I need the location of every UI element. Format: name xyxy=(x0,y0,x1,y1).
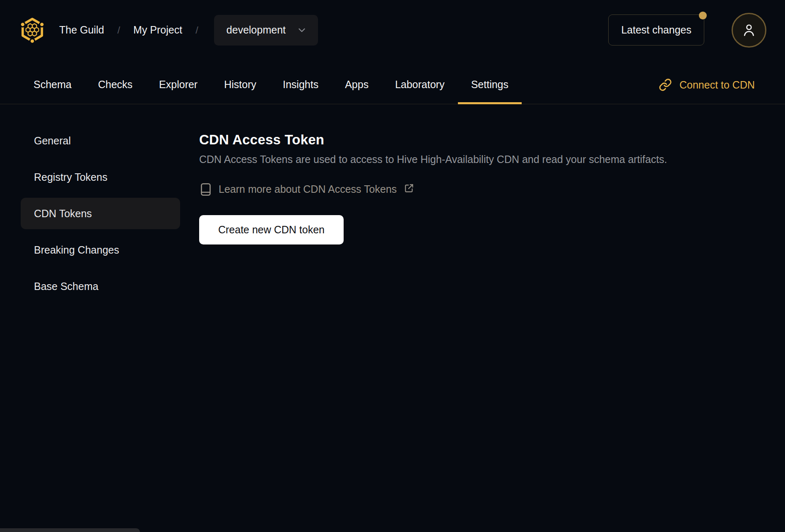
sidebar-item-label: Base Schema xyxy=(34,280,99,292)
tab-label: Explorer xyxy=(159,79,197,90)
user-icon xyxy=(741,22,757,38)
tab-settings[interactable]: Settings xyxy=(458,79,522,104)
sidebar-item-label: Breaking Changes xyxy=(34,244,119,256)
latest-changes-label: Latest changes xyxy=(621,24,691,36)
sidebar-item-base-schema[interactable]: Base Schema xyxy=(21,271,180,302)
link-icon xyxy=(659,78,672,91)
tab-label: Laboratory xyxy=(395,79,445,90)
tab-explorer[interactable]: Explorer xyxy=(146,79,211,104)
page-title: CDN Access Token xyxy=(199,132,768,148)
target-selector-value: development xyxy=(226,24,286,36)
sidebar-item-label: CDN Tokens xyxy=(34,208,92,220)
breadcrumb-project[interactable]: My Project xyxy=(133,24,182,36)
target-tabs-bar: Schema Checks Explorer History Insights … xyxy=(0,60,785,104)
connect-to-cdn-label: Connect to CDN xyxy=(679,79,755,91)
book-icon xyxy=(199,182,212,197)
settings-layout: General Registry Tokens CDN Tokens Break… xyxy=(0,104,785,302)
hive-logo-icon xyxy=(19,15,46,45)
tab-laboratory[interactable]: Laboratory xyxy=(382,79,458,104)
sidebar-item-label: Registry Tokens xyxy=(34,171,107,183)
learn-more-link[interactable]: Learn more about CDN Access Tokens xyxy=(199,182,414,197)
settings-side-nav: General Registry Tokens CDN Tokens Break… xyxy=(21,104,180,302)
notification-dot xyxy=(699,12,707,19)
connect-to-cdn-link[interactable]: Connect to CDN xyxy=(659,78,766,104)
tab-checks[interactable]: Checks xyxy=(85,79,146,104)
breadcrumb-separator: / xyxy=(195,24,198,36)
sidebar-item-registry-tokens[interactable]: Registry Tokens xyxy=(21,161,180,193)
tab-apps[interactable]: Apps xyxy=(332,79,382,104)
breadcrumb-separator: / xyxy=(117,24,120,36)
tab-list: Schema Checks Explorer History Insights … xyxy=(20,79,522,104)
tab-label: Insights xyxy=(283,79,318,90)
tab-insights[interactable]: Insights xyxy=(270,79,332,104)
create-cdn-token-button[interactable]: Create new CDN token xyxy=(199,215,344,244)
tab-label: Schema xyxy=(34,79,72,90)
page-description: CDN Access Tokens are used to access to … xyxy=(199,153,768,166)
chevron-down-icon xyxy=(296,25,307,36)
sidebar-item-general[interactable]: General xyxy=(21,125,180,156)
top-bar: The Guild / My Project / development Lat… xyxy=(0,0,785,60)
sidebar-item-cdn-tokens[interactable]: CDN Tokens xyxy=(21,198,180,229)
breadcrumb: The Guild / My Project / development xyxy=(19,15,318,46)
latest-changes-button[interactable]: Latest changes xyxy=(608,14,704,46)
external-link-icon xyxy=(404,183,414,194)
tab-history[interactable]: History xyxy=(211,79,270,104)
tab-label: Apps xyxy=(345,79,368,90)
tab-label: Settings xyxy=(471,79,508,90)
target-selector-dropdown[interactable]: development xyxy=(214,15,318,46)
breadcrumb-organization[interactable]: The Guild xyxy=(59,24,104,36)
learn-more-label: Learn more about CDN Access Tokens xyxy=(219,183,397,195)
sidebar-item-breaking-changes[interactable]: Breaking Changes xyxy=(21,234,180,266)
tab-label: History xyxy=(224,79,256,90)
sidebar-item-label: General xyxy=(34,135,71,147)
user-menu-button[interactable] xyxy=(732,13,766,48)
tab-label: Checks xyxy=(98,79,132,90)
tab-schema[interactable]: Schema xyxy=(20,79,85,104)
cdn-tokens-panel: CDN Access Token CDN Access Tokens are u… xyxy=(180,104,785,244)
create-cdn-token-label: Create new CDN token xyxy=(218,224,325,236)
horizontal-scrollbar-thumb[interactable] xyxy=(0,528,140,532)
hive-logo[interactable] xyxy=(19,15,46,45)
